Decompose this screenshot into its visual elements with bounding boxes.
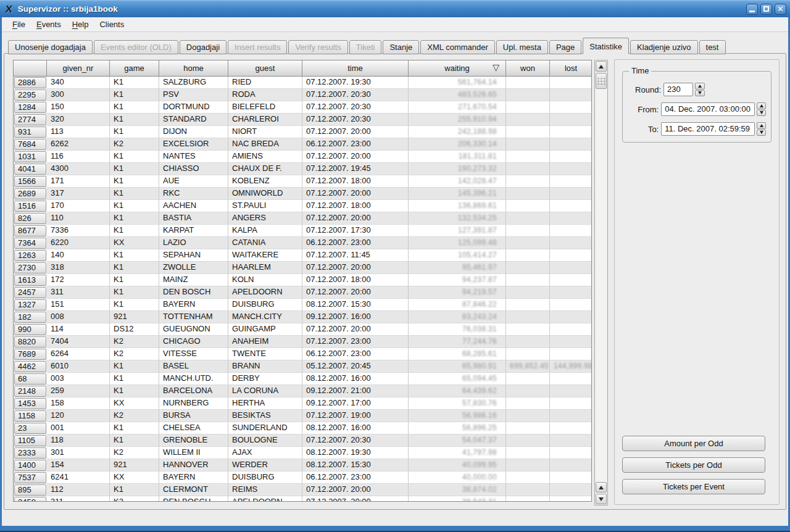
- tab-upl-mesta[interactable]: Upl. mesta: [496, 40, 548, 54]
- row-header-cell[interactable]: 7364: [14, 237, 47, 249]
- row-header-cell[interactable]: 1158: [14, 410, 47, 422]
- column-header-id[interactable]: [14, 60, 47, 77]
- cell-guest[interactable]: APELDOORN: [228, 286, 302, 299]
- cell-lost[interactable]: [550, 336, 592, 348]
- cell-lost[interactable]: [550, 286, 592, 299]
- cell-time[interactable]: 07.12.2007. 20:00: [302, 496, 409, 502]
- scroll-down-button[interactable]: [596, 494, 607, 504]
- cell-guest[interactable]: WAITAKERE: [228, 249, 302, 262]
- cell-game[interactable]: K1: [110, 262, 159, 274]
- cell-given_nr[interactable]: 154: [47, 459, 110, 472]
- cell-game[interactable]: K1: [110, 299, 159, 311]
- cell-won[interactable]: [506, 225, 550, 237]
- cell-guest[interactable]: TWENTE: [228, 348, 302, 360]
- cell-guest[interactable]: GUINGAMP: [228, 323, 302, 336]
- cell-won[interactable]: [506, 410, 550, 422]
- cell-given_nr[interactable]: 7404: [47, 336, 110, 348]
- menu-file[interactable]: File: [7, 19, 31, 30]
- cell-waiting[interactable]: 64,439.62: [409, 385, 506, 397]
- cell-home[interactable]: BURSA: [159, 410, 228, 422]
- scroll-up-button[interactable]: [596, 61, 607, 72]
- cell-won[interactable]: [506, 397, 550, 410]
- cell-time[interactable]: 07.12.2007. 20:00: [302, 212, 409, 225]
- cell-waiting[interactable]: 206,330.14: [409, 138, 506, 151]
- cell-game[interactable]: K1: [110, 114, 159, 126]
- cell-time[interactable]: 07.12.2007. 20:30: [302, 114, 409, 126]
- cell-given_nr[interactable]: 4300: [47, 163, 110, 175]
- cell-game[interactable]: DS12: [110, 323, 159, 336]
- cell-game[interactable]: 921: [110, 311, 159, 323]
- cell-lost[interactable]: [550, 422, 592, 434]
- tickets-per-event-button[interactable]: Tickets per Event: [622, 479, 765, 494]
- cell-given_nr[interactable]: 317: [47, 188, 110, 200]
- cell-lost[interactable]: [550, 175, 592, 188]
- cell-home[interactable]: EXCELSIOR: [159, 138, 228, 151]
- cell-waiting[interactable]: 38,874.02: [409, 484, 506, 496]
- cell-given_nr[interactable]: 118: [47, 434, 110, 447]
- cell-home[interactable]: SALZBURG: [159, 77, 228, 89]
- row-header-cell[interactable]: 23: [14, 422, 47, 434]
- row-header-cell[interactable]: 7537: [14, 472, 47, 484]
- scroll-thumb[interactable]: [596, 73, 607, 89]
- cell-game[interactable]: K1: [110, 249, 159, 262]
- row-header-cell[interactable]: 4041: [14, 163, 47, 175]
- cell-waiting[interactable]: 242,188.98: [409, 126, 506, 138]
- cell-time[interactable]: 07.12.2007. 19:45: [302, 163, 409, 175]
- cell-waiting[interactable]: 77,244.76: [409, 336, 506, 348]
- cell-guest[interactable]: CATANIA: [228, 237, 302, 249]
- cell-game[interactable]: K1: [110, 373, 159, 385]
- cell-time[interactable]: 06.12.2007. 23:00: [302, 138, 409, 151]
- cell-waiting[interactable]: 271,670.54: [409, 101, 506, 114]
- cell-home[interactable]: BAYERN: [159, 472, 228, 484]
- to-spin-up-button[interactable]: [757, 122, 766, 129]
- cell-game[interactable]: K1: [110, 225, 159, 237]
- row-header-cell[interactable]: 1400: [14, 459, 47, 472]
- cell-time[interactable]: 07.12.2007. 19:30: [302, 77, 409, 89]
- cell-time[interactable]: 06.12.2007. 23:00: [302, 237, 409, 249]
- row-header-cell[interactable]: 1566: [14, 175, 47, 188]
- cell-lost[interactable]: [550, 472, 592, 484]
- cell-won[interactable]: [506, 188, 550, 200]
- cell-won[interactable]: [506, 385, 550, 397]
- cell-guest[interactable]: BRANN: [228, 360, 302, 373]
- cell-waiting[interactable]: 38,543.31: [409, 496, 506, 502]
- column-header-lost[interactable]: lost: [550, 60, 592, 77]
- cell-lost[interactable]: 144,999.98: [550, 360, 592, 373]
- cell-home[interactable]: KARPAT: [159, 225, 228, 237]
- cell-won[interactable]: [506, 348, 550, 360]
- cell-given_nr[interactable]: 151: [47, 299, 110, 311]
- cell-time[interactable]: 07.12.2007. 20:00: [302, 262, 409, 274]
- cell-won[interactable]: [506, 496, 550, 502]
- cell-time[interactable]: 09.12.2007. 17:00: [302, 397, 409, 410]
- cell-lost[interactable]: [550, 299, 592, 311]
- cell-given_nr[interactable]: 150: [47, 101, 110, 114]
- cell-guest[interactable]: KOLN: [228, 274, 302, 286]
- scroll-up-button-bottom[interactable]: [596, 482, 607, 493]
- cell-guest[interactable]: RIED: [228, 77, 302, 89]
- cell-guest[interactable]: AMIENS: [228, 151, 302, 163]
- cell-lost[interactable]: [550, 459, 592, 472]
- vertical-scrollbar[interactable]: [594, 60, 608, 505]
- cell-time[interactable]: 07.12.2007. 18:00: [302, 175, 409, 188]
- cell-lost[interactable]: [550, 373, 592, 385]
- cell-home[interactable]: MANCH.UTD.: [159, 373, 228, 385]
- scroll-track[interactable]: [595, 89, 607, 481]
- cell-time[interactable]: 07.12.2007. 20:30: [302, 89, 409, 101]
- cell-home[interactable]: TOTTENHAM: [159, 311, 228, 323]
- cell-lost[interactable]: [550, 348, 592, 360]
- cell-time[interactable]: 07.12.2007. 20:00: [302, 126, 409, 138]
- cell-waiting[interactable]: 54,047.37: [409, 434, 506, 447]
- cell-game[interactable]: K1: [110, 434, 159, 447]
- cell-lost[interactable]: [550, 212, 592, 225]
- cell-given_nr[interactable]: 6220: [47, 237, 110, 249]
- cell-game[interactable]: K1: [110, 77, 159, 89]
- cell-home[interactable]: GUEUGNON: [159, 323, 228, 336]
- cell-won[interactable]: [506, 151, 550, 163]
- cell-won[interactable]: [506, 472, 550, 484]
- cell-home[interactable]: NANTES: [159, 151, 228, 163]
- row-header-cell[interactable]: 1031: [14, 151, 47, 163]
- cell-won[interactable]: [506, 212, 550, 225]
- cell-lost[interactable]: [550, 77, 592, 89]
- cell-lost[interactable]: [550, 447, 592, 459]
- row-header-cell[interactable]: 4462: [14, 360, 47, 373]
